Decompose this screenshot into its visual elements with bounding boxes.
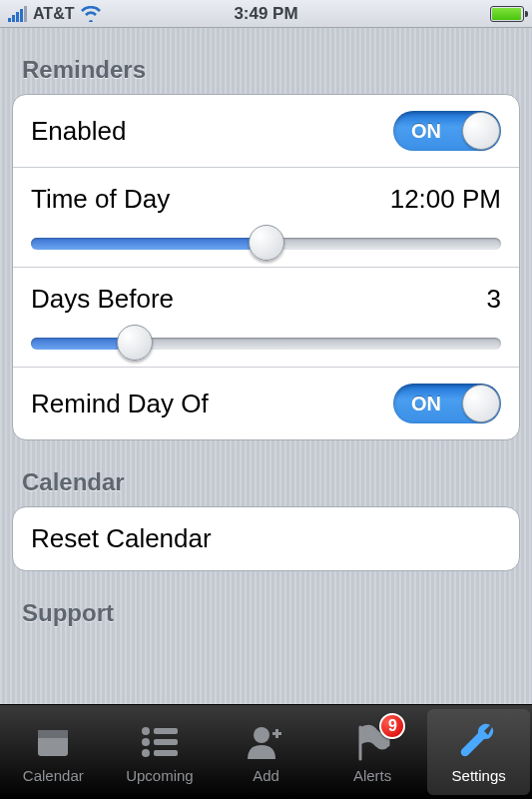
section-header-calendar: Calendar — [12, 440, 520, 506]
enabled-label: Enabled — [31, 116, 126, 147]
tab-calendar[interactable]: Calendar — [2, 709, 105, 795]
cell-remind-day-of: Remind Day Of ON — [13, 367, 519, 439]
cell-reset-calendar[interactable]: Reset Calendar — [13, 507, 519, 570]
slider-thumb-icon[interactable] — [117, 325, 153, 361]
list-icon — [140, 721, 180, 763]
slider-thumb-icon[interactable] — [249, 225, 284, 261]
tab-label: Settings — [452, 767, 506, 784]
alerts-badge: 9 — [379, 713, 405, 739]
remind-day-of-label: Remind Day Of — [31, 389, 209, 419]
days-before-label: Days Before — [31, 284, 174, 315]
time-of-day-value: 12:00 PM — [390, 184, 501, 215]
svg-point-8 — [254, 727, 269, 743]
status-bar: AT&T 3:49 PM — [0, 0, 532, 28]
group-calendar: Reset Calendar — [12, 506, 520, 571]
status-left: AT&T — [8, 5, 102, 23]
svg-point-6 — [142, 749, 150, 757]
remind-day-of-toggle[interactable]: ON — [393, 384, 501, 423]
signal-icon — [8, 6, 27, 22]
tab-add[interactable]: Add — [215, 709, 317, 795]
tab-label: Calendar — [23, 767, 84, 784]
cell-time-of-day: Time of Day 12:00 PM — [13, 167, 519, 267]
group-reminders: Enabled ON Time of Day 12:00 PM Days Bef… — [12, 94, 520, 440]
battery-icon — [490, 6, 524, 22]
time-of-day-slider[interactable] — [31, 235, 501, 251]
svg-point-2 — [142, 727, 150, 735]
days-before-slider[interactable] — [31, 335, 501, 351]
status-right — [490, 6, 524, 22]
section-header-support: Support — [12, 571, 520, 637]
toggle-knob-icon — [462, 385, 500, 422]
slider-fill — [31, 238, 266, 250]
svg-rect-1 — [38, 730, 68, 738]
days-before-value: 3 — [487, 284, 501, 315]
cell-days-before: Days Before 3 — [13, 267, 519, 367]
settings-content: Reminders Enabled ON Time of Day 12:00 P… — [0, 28, 532, 704]
tab-label: Alerts — [353, 767, 391, 784]
tab-upcoming[interactable]: Upcoming — [109, 709, 212, 795]
svg-rect-5 — [154, 739, 178, 745]
time-of-day-label: Time of Day — [31, 184, 170, 215]
toggle-on-label: ON — [411, 120, 441, 143]
toggle-on-label: ON — [411, 393, 441, 415]
carrier-label: AT&T — [33, 5, 74, 23]
svg-point-4 — [142, 738, 150, 746]
wrench-icon — [458, 721, 500, 763]
svg-rect-7 — [154, 750, 178, 756]
svg-rect-3 — [154, 728, 178, 734]
tab-label: Upcoming — [126, 767, 194, 784]
wifi-icon — [80, 6, 102, 22]
tab-settings[interactable]: Settings — [427, 709, 530, 795]
toggle-knob-icon — [462, 112, 500, 150]
reset-calendar-label: Reset Calendar — [31, 523, 212, 553]
enabled-toggle[interactable]: ON — [393, 111, 501, 151]
calendar-icon — [34, 721, 72, 763]
cell-enabled: Enabled ON — [13, 95, 519, 167]
tab-bar: Calendar Upcoming Add 9 Alerts Settings — [0, 704, 532, 799]
section-header-reminders: Reminders — [12, 28, 520, 94]
add-person-icon — [246, 721, 285, 763]
tab-alerts[interactable]: 9 Alerts — [321, 709, 424, 795]
tab-label: Add — [253, 767, 279, 784]
